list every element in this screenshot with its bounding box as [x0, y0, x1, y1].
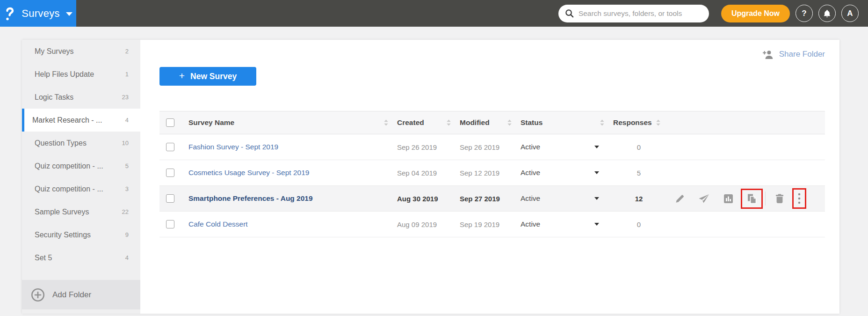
row-checkbox[interactable]	[166, 220, 174, 228]
search-input[interactable]	[579, 9, 702, 18]
sidebar-folder-item[interactable]: Quiz competition - ... 5	[22, 154, 140, 177]
trash-icon	[775, 193, 784, 204]
sort-icon[interactable]	[507, 119, 512, 126]
more-options-red-highlight[interactable]	[792, 188, 806, 209]
paper-plane-icon	[698, 194, 709, 204]
delete-button[interactable]	[767, 193, 792, 204]
row-checkbox-cell	[159, 220, 188, 228]
folder-label: My Surveys	[35, 47, 74, 56]
add-folder-button[interactable]: Add Folder	[22, 280, 140, 309]
topbar: Surveys Upgrade Now ? A	[0, 0, 868, 27]
folder-count: 23	[122, 94, 129, 101]
header-checkbox-cell	[159, 118, 188, 127]
header-responses[interactable]: Responses	[613, 118, 665, 127]
upgrade-now-button[interactable]: Upgrade Now	[721, 5, 790, 22]
send-button[interactable]	[692, 194, 716, 204]
folder-count: 4	[125, 254, 129, 261]
folder-label: Set 5	[35, 254, 52, 262]
status-value: Active	[521, 143, 540, 151]
header-modified[interactable]: Modified	[460, 118, 521, 127]
status-dropdown-caret[interactable]	[594, 223, 599, 226]
sort-icon[interactable]	[383, 119, 389, 126]
folder-count: 10	[122, 140, 129, 147]
app-title: Surveys	[22, 7, 60, 20]
chevron-down-icon	[66, 12, 72, 16]
status-dropdown-caret[interactable]	[594, 171, 599, 174]
row-checkbox[interactable]	[166, 169, 174, 177]
folder-count: 3	[125, 185, 129, 192]
sidebar-folder-item[interactable]: Security Settings 9	[22, 223, 140, 246]
folder-label: Quiz competition - ...	[35, 185, 103, 193]
reports-button[interactable]	[716, 194, 740, 204]
sidebar: My Surveys 2 Help Files Update 1 Logic T…	[22, 40, 140, 314]
help-button[interactable]: ?	[796, 5, 813, 22]
status-value: Active	[521, 194, 540, 203]
sidebar-folder-item[interactable]: Quiz competition - ... 3	[22, 177, 140, 200]
survey-row: Cosmetics Usage Survey - Sept 2019 Sep 0…	[159, 160, 825, 186]
sidebar-folder-item[interactable]: My Surveys 2	[22, 40, 140, 63]
folder-label: Sample Surveys	[35, 208, 89, 216]
created-date: Sep 26 2019	[397, 143, 460, 151]
proprofs-logo-icon	[4, 6, 15, 21]
row-checkbox[interactable]	[166, 194, 174, 203]
content-card: My Surveys 2 Help Files Update 1 Logic T…	[22, 40, 839, 314]
notifications-button[interactable]	[818, 5, 836, 22]
row-checkbox[interactable]	[166, 143, 174, 151]
bell-icon	[823, 9, 831, 18]
sidebar-folder-item[interactable]: Logic Tasks 23	[22, 86, 140, 109]
status-value: Active	[521, 220, 540, 228]
bar-chart-icon	[723, 194, 733, 204]
app-switcher[interactable]: Surveys	[0, 0, 76, 27]
status-cell: Active	[521, 220, 613, 228]
survey-name-cell: Smartphone Preferences - Aug 2019	[188, 194, 397, 203]
modified-date: Sep 27 2019	[460, 195, 521, 203]
header-created[interactable]: Created	[397, 118, 460, 127]
sidebar-folder-item[interactable]: Market Research - ... 4	[22, 109, 140, 132]
status-cell: Active	[521, 169, 613, 177]
select-all-checkbox[interactable]	[166, 118, 174, 127]
edit-button[interactable]	[667, 194, 692, 204]
folder-count: 9	[125, 231, 129, 238]
sort-icon[interactable]	[446, 119, 451, 126]
main-content: Share Folder + New Survey Survey Name	[140, 40, 839, 314]
avatar-initial: A	[847, 9, 853, 18]
person-add-icon	[762, 50, 774, 59]
sort-icon[interactable]	[600, 119, 605, 126]
new-survey-button[interactable]: + New Survey	[159, 67, 256, 86]
created-date: Aug 09 2019	[397, 220, 460, 228]
header-status[interactable]: Status	[521, 118, 613, 127]
copy-button-red-highlight[interactable]	[741, 189, 763, 209]
survey-name-link[interactable]: Fashion Survey - Sept 2019	[188, 143, 278, 151]
help-icon: ?	[802, 9, 806, 18]
header-survey-name[interactable]: Survey Name	[188, 118, 397, 127]
sidebar-folder-item[interactable]: Help Files Update 1	[22, 63, 140, 86]
folder-label: Quiz competition - ...	[35, 162, 103, 170]
global-search[interactable]	[558, 5, 709, 22]
new-survey-label: New Survey	[190, 72, 237, 81]
folder-count: 5	[125, 162, 129, 169]
pencil-icon	[675, 194, 685, 204]
sidebar-folder-item[interactable]: Sample Surveys 22	[22, 200, 140, 223]
survey-name-link[interactable]: Cosmetics Usage Survey - Sept 2019	[188, 169, 309, 176]
modified-date: Sep 26 2019	[460, 143, 521, 151]
survey-name-link[interactable]: Smartphone Preferences - Aug 2019	[188, 194, 313, 202]
survey-name-link[interactable]: Cafe Cold Dessert	[188, 220, 248, 228]
status-cell: Active	[521, 194, 613, 203]
add-folder-label: Add Folder	[52, 290, 91, 300]
table-header: Survey Name Created Modified	[159, 111, 825, 134]
folder-label: Security Settings	[35, 231, 91, 239]
avatar-button[interactable]: A	[841, 5, 859, 22]
share-folder-link[interactable]: Share Folder	[762, 50, 825, 59]
folder-count: 22	[122, 208, 129, 215]
share-row: Share Folder	[159, 48, 825, 60]
surveys-table: Survey Name Created Modified	[159, 111, 825, 237]
sidebar-folder-item[interactable]: Set 5 4	[22, 246, 140, 269]
status-dropdown-caret[interactable]	[594, 146, 599, 148]
survey-name-cell: Cafe Cold Dessert	[188, 220, 397, 228]
copy-icon	[746, 193, 757, 204]
status-dropdown-caret[interactable]	[594, 197, 599, 200]
sort-icon[interactable]	[656, 119, 661, 126]
row-checkbox-cell	[159, 169, 188, 177]
created-date: Aug 30 2019	[397, 195, 460, 203]
sidebar-folder-item[interactable]: Question Types 10	[22, 132, 140, 154]
